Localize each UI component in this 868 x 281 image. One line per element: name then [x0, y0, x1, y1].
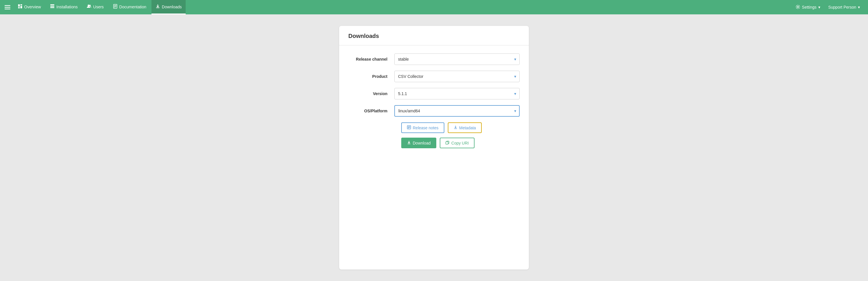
user-chevron-icon: ▾ [858, 5, 860, 9]
os-platform-row: OS/Platform linux/amd64 linux/arm64 wind… [348, 105, 520, 117]
nav-documentation-label: Documentation [119, 5, 146, 9]
nav-users-label: Users [93, 5, 104, 9]
nav-overview-label: Overview [24, 5, 41, 9]
settings-menu[interactable]: Settings ▾ [792, 0, 824, 14]
metadata-button[interactable]: Metadata [448, 122, 482, 133]
svg-rect-6 [18, 7, 20, 8]
settings-icon [796, 5, 800, 10]
svg-rect-16 [156, 7, 159, 8]
release-channel-select-wrapper: stable beta nightly ▾ [394, 54, 520, 65]
copy-uri-label: Copy URI [451, 141, 469, 145]
downloads-icon [155, 4, 160, 9]
version-row: Version 5.1.1 5.1.0 5.0.9 ▾ [348, 88, 520, 99]
svg-rect-23 [408, 144, 410, 144]
nav-item-overview[interactable]: Overview [14, 0, 45, 14]
svg-rect-21 [408, 128, 409, 128]
svg-rect-14 [114, 6, 116, 7]
svg-rect-5 [21, 6, 22, 8]
user-menu[interactable]: Support Person ▾ [825, 0, 863, 14]
svg-rect-22 [454, 128, 457, 129]
settings-chevron-icon: ▾ [818, 5, 820, 9]
download-label: Download [413, 141, 431, 145]
download-button[interactable]: Download [401, 137, 436, 148]
card-body: Release channel stable beta nightly ▾ Pr… [339, 45, 529, 162]
product-label: Product [348, 74, 394, 79]
card-title: Downloads [348, 33, 520, 39]
release-channel-select[interactable]: stable beta nightly [394, 54, 520, 65]
copy-uri-icon [445, 140, 450, 145]
version-select-wrapper: 5.1.1 5.1.0 5.0.9 ▾ [394, 88, 520, 99]
release-notes-label: Release notes [413, 126, 439, 130]
svg-rect-3 [18, 4, 20, 7]
settings-label: Settings [802, 5, 816, 9]
nav-item-downloads[interactable]: Downloads [152, 0, 186, 14]
nav-right: Settings ▾ Support Person ▾ [792, 0, 863, 14]
release-channel-label: Release channel [348, 57, 394, 61]
svg-point-17 [797, 6, 799, 7]
card-header: Downloads [339, 26, 529, 45]
action-row-2: Download Copy URI [348, 137, 520, 148]
nav-downloads-label: Downloads [162, 5, 182, 9]
release-notes-button[interactable]: Release notes [401, 122, 444, 133]
svg-rect-8 [50, 6, 54, 7]
user-label: Support Person [828, 5, 856, 9]
users-icon [87, 4, 91, 9]
svg-rect-24 [446, 142, 448, 144]
metadata-icon [454, 125, 458, 130]
svg-rect-19 [408, 126, 410, 127]
product-select-wrapper: CSV Collector Log Collector Metric Colle… [394, 71, 520, 82]
os-platform-label: OS/Platform [348, 108, 394, 113]
overview-icon [18, 4, 23, 9]
product-row: Product CSV Collector Log Collector Metr… [348, 71, 520, 82]
navbar: Overview Installations Users [0, 0, 868, 14]
nav-logo[interactable] [5, 4, 10, 10]
metadata-label: Metadata [459, 126, 476, 130]
installations-icon [50, 4, 55, 9]
downloads-card: Downloads Release channel stable beta ni… [339, 26, 529, 270]
copy-uri-button[interactable]: Copy URI [440, 137, 474, 148]
main-content: Downloads Release channel stable beta ni… [0, 14, 868, 281]
download-icon [407, 140, 411, 145]
documentation-icon [113, 4, 118, 9]
action-row-1: Release notes Metadata [348, 122, 520, 133]
release-channel-row: Release channel stable beta nightly ▾ [348, 54, 520, 65]
product-select[interactable]: CSV Collector Log Collector Metric Colle… [394, 71, 520, 82]
os-platform-select[interactable]: linux/amd64 linux/arm64 windows/amd64 da… [394, 105, 520, 117]
svg-rect-15 [114, 7, 116, 7]
svg-rect-0 [5, 5, 10, 6]
svg-rect-4 [21, 4, 22, 5]
version-select[interactable]: 5.1.1 5.1.0 5.0.9 [394, 88, 520, 99]
svg-rect-20 [408, 127, 410, 128]
svg-rect-1 [5, 7, 10, 8]
svg-rect-13 [114, 5, 116, 6]
nav-item-documentation[interactable]: Documentation [109, 0, 150, 14]
svg-point-10 [88, 5, 89, 6]
release-notes-icon [407, 125, 411, 130]
nav-item-users[interactable]: Users [83, 0, 108, 14]
version-label: Version [348, 91, 394, 96]
svg-rect-7 [50, 4, 54, 5]
os-platform-select-wrapper: linux/amd64 linux/arm64 windows/amd64 da… [394, 105, 520, 117]
nav-installations-label: Installations [56, 5, 78, 9]
svg-point-11 [89, 5, 91, 6]
svg-rect-2 [5, 9, 10, 9]
svg-rect-9 [50, 7, 54, 8]
nav-item-installations[interactable]: Installations [46, 0, 82, 14]
